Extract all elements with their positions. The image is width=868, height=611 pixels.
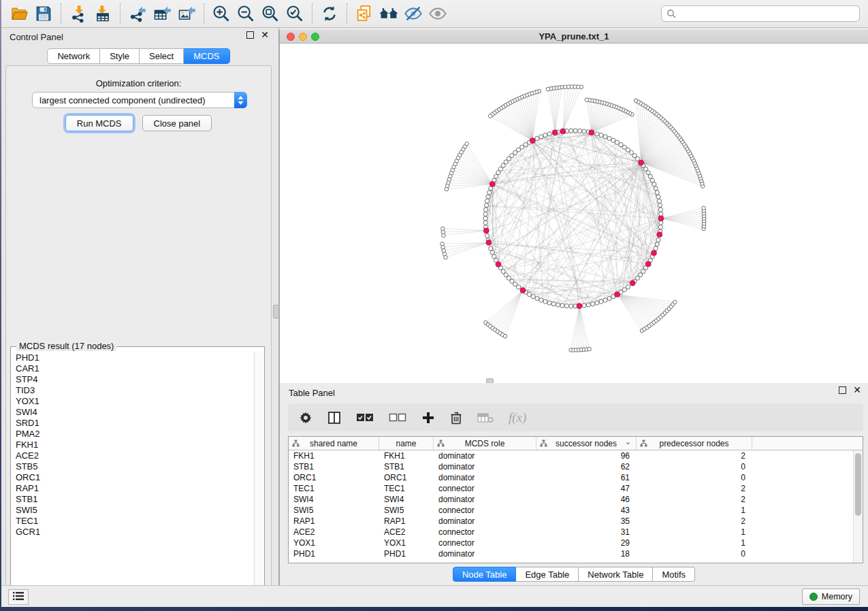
- import-table-icon[interactable]: [91, 2, 115, 25]
- satellite-node[interactable]: [702, 206, 706, 210]
- mcds-result-item[interactable]: YOX1: [16, 396, 255, 407]
- tab-node-table[interactable]: Node Table: [453, 567, 517, 582]
- run-mcds-button[interactable]: Run MCDS: [65, 115, 133, 131]
- table-row[interactable]: ORC1ORC1dominator610: [289, 472, 853, 483]
- ring-node[interactable]: [595, 301, 599, 305]
- ring-node[interactable]: [485, 233, 489, 237]
- table-row[interactable]: YOX1YOX1connector291: [289, 538, 853, 548]
- save-session-icon[interactable]: [31, 2, 56, 25]
- export-image-icon[interactable]: [174, 2, 199, 25]
- deselect-all-checkboxes-icon[interactable]: [389, 413, 406, 423]
- ring-node[interactable]: [599, 299, 603, 303]
- satellite-node[interactable]: [585, 98, 589, 102]
- mcds-result-item[interactable]: PHD1: [16, 352, 255, 363]
- optimization-criterion-select[interactable]: largest connected component (undirected): [32, 92, 247, 108]
- ring-node[interactable]: [547, 132, 551, 136]
- dominator-node[interactable]: [530, 138, 535, 144]
- table-row[interactable]: SWI4SWI4dominator462: [289, 494, 853, 505]
- mcds-result-item[interactable]: SWI5: [16, 505, 255, 516]
- export-network-icon[interactable]: [125, 2, 150, 25]
- table-row[interactable]: PHD1PHD1dominator180: [289, 548, 853, 559]
- dominator-node[interactable]: [496, 261, 501, 267]
- mcds-result-scrollbar[interactable]: [254, 352, 263, 597]
- table-row[interactable]: RAP1RAP1dominator352: [289, 516, 853, 527]
- mcds-result-item[interactable]: RAP1: [16, 483, 255, 494]
- export-table-icon[interactable]: [150, 2, 174, 25]
- ring-node[interactable]: [535, 136, 539, 140]
- ring-node[interactable]: [569, 129, 573, 133]
- mcds-result-item[interactable]: GCR1: [16, 527, 255, 538]
- mcds-result-item[interactable]: ACE2: [16, 450, 255, 461]
- dominator-node[interactable]: [615, 292, 620, 297]
- ring-node[interactable]: [658, 208, 662, 212]
- satellite-node[interactable]: [546, 87, 550, 91]
- satellite-node[interactable]: [444, 256, 448, 260]
- ring-node[interactable]: [611, 138, 615, 142]
- ring-node[interactable]: [657, 199, 661, 203]
- tab-edge-table[interactable]: Edge Table: [516, 567, 579, 582]
- table-row[interactable]: SWI5SWI5connector431: [289, 505, 853, 516]
- ring-node[interactable]: [656, 195, 660, 199]
- table-options-gear-icon[interactable]: [299, 411, 312, 425]
- ring-node[interactable]: [560, 303, 564, 308]
- clone-network-icon[interactable]: [352, 2, 376, 25]
- table-row[interactable]: ACE2ACE2connector311: [289, 527, 853, 538]
- float-table-panel-icon[interactable]: [839, 386, 846, 394]
- dominator-node[interactable]: [639, 160, 644, 165]
- dominator-node[interactable]: [658, 216, 664, 221]
- satellite-node[interactable]: [445, 187, 449, 191]
- dominator-node[interactable]: [652, 250, 657, 256]
- ring-node[interactable]: [527, 293, 531, 297]
- dominator-node[interactable]: [483, 228, 489, 233]
- tab-mcds[interactable]: MCDS: [184, 48, 229, 64]
- zoom-window-icon[interactable]: [311, 33, 319, 41]
- table-scrollbar[interactable]: [853, 450, 863, 563]
- search-input[interactable]: [661, 5, 860, 22]
- ring-node[interactable]: [655, 191, 659, 195]
- ring-node[interactable]: [564, 304, 568, 308]
- ring-node[interactable]: [615, 140, 619, 144]
- ring-node[interactable]: [543, 133, 547, 137]
- column-header-shared-name[interactable]: shared name: [289, 437, 379, 450]
- column-header-predecessor-nodes[interactable]: predecessor nodes: [637, 437, 752, 450]
- satellite-node[interactable]: [563, 85, 567, 89]
- ring-node[interactable]: [490, 250, 494, 254]
- ring-node[interactable]: [543, 299, 547, 303]
- ring-node[interactable]: [655, 242, 659, 246]
- show-all-icon[interactable]: [425, 2, 450, 25]
- ring-node[interactable]: [487, 191, 492, 195]
- ring-node[interactable]: [485, 199, 489, 203]
- ring-node[interactable]: [496, 171, 500, 175]
- satellite-node[interactable]: [503, 334, 507, 338]
- select-all-checkboxes-icon[interactable]: [356, 413, 374, 423]
- ring-node[interactable]: [599, 133, 603, 137]
- ring-node[interactable]: [603, 298, 607, 302]
- open-file-icon[interactable]: [7, 2, 31, 25]
- import-network-icon[interactable]: [66, 2, 91, 25]
- ring-node[interactable]: [539, 135, 543, 139]
- table-row[interactable]: FKH1FKH1dominator962: [289, 450, 853, 461]
- dominator-node[interactable]: [645, 261, 651, 267]
- ring-node[interactable]: [484, 208, 488, 212]
- satellite-node[interactable]: [634, 99, 638, 103]
- column-header-successor-nodes[interactable]: successor nodes⌄: [536, 437, 637, 450]
- ring-node[interactable]: [484, 203, 488, 208]
- tab-network-table[interactable]: Network Table: [579, 567, 653, 582]
- mcds-result-item[interactable]: SRD1: [16, 418, 255, 429]
- ring-node[interactable]: [569, 304, 573, 308]
- mcds-result-item[interactable]: SWI4: [16, 407, 255, 418]
- ring-node[interactable]: [483, 220, 487, 225]
- table-scrollbar-thumb[interactable]: [855, 453, 861, 516]
- memory-button[interactable]: Memory: [802, 589, 860, 605]
- column-header-name[interactable]: name: [379, 437, 434, 450]
- ring-node[interactable]: [654, 246, 658, 250]
- ring-node[interactable]: [516, 285, 520, 289]
- mcds-result-item[interactable]: ORC1: [16, 472, 255, 483]
- satellite-node[interactable]: [488, 114, 492, 118]
- ring-node[interactable]: [547, 301, 551, 305]
- ring-node[interactable]: [656, 238, 660, 242]
- ring-node[interactable]: [556, 303, 560, 307]
- ring-node[interactable]: [619, 143, 623, 147]
- ring-node[interactable]: [483, 212, 487, 216]
- ring-node[interactable]: [494, 174, 498, 178]
